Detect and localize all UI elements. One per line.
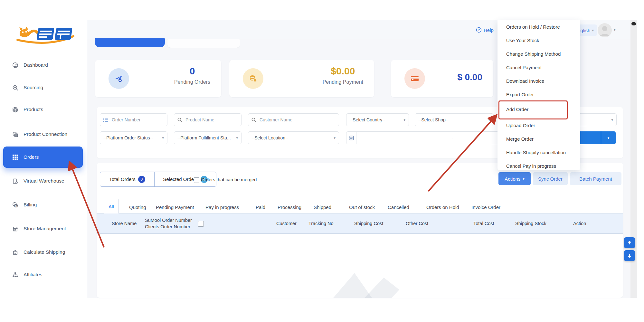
scroll-bottom-button[interactable] — [624, 250, 635, 261]
tab-orders-on-hold[interactable]: Orders on Hold — [424, 201, 461, 213]
merge-orders-checkbox[interactable] — [194, 177, 199, 183]
sync-order-button[interactable]: Sync Order — [533, 172, 568, 185]
col-customer: Customer — [276, 213, 297, 233]
sidebar-item-label: Calculate Shipping — [24, 249, 65, 255]
billing-icon: $ — [12, 202, 18, 208]
search-dropdown-toggle[interactable] — [601, 131, 616, 144]
sidebar-item-dashboard[interactable]: Dashboard — [0, 58, 87, 72]
partial-white-tab[interactable] — [167, 39, 240, 48]
tab-cancelled[interactable]: Cancelled — [386, 201, 411, 213]
search-icon — [177, 118, 182, 122]
order-number-input[interactable] — [111, 117, 164, 123]
menu-item-export-order[interactable]: Export Order — [497, 88, 580, 101]
select-all-checkbox[interactable] — [198, 221, 204, 227]
pending-orders-label: Pending Orders — [174, 79, 210, 85]
store-management-icon — [12, 226, 18, 232]
chevron-down-icon — [614, 28, 616, 32]
col-shipping-cost: Shipping Cost — [354, 213, 383, 233]
tab-pending-payment[interactable]: Pending Payment — [154, 201, 196, 213]
partial-blue-tab[interactable] — [95, 38, 165, 47]
menu-item-add-order[interactable]: Add Order — [497, 102, 580, 116]
menu-item-cancel-payment[interactable]: Cancel Payment — [497, 61, 580, 74]
menu-item-merge-order[interactable]: Merge Order — [497, 132, 580, 146]
table-header: Store Name SuMool Order Number Clients O… — [97, 213, 623, 234]
sidebar-item-virtual-warehouse[interactable]: Virtual Warehouse — [0, 174, 87, 188]
sidebar-item-label: Dashboard — [24, 62, 48, 68]
tab-out-of-stock[interactable]: Out of stock — [347, 201, 377, 213]
tab-shipped[interactable]: Shipped — [312, 201, 333, 213]
platform-order-status-select[interactable]: --Platform Order Status-- — [100, 131, 167, 144]
platform-fulfillment-select[interactable]: --Platform Fulfillment Sta... — [174, 131, 242, 144]
menu-item-upload-order[interactable]: Upload Order — [497, 118, 580, 132]
tab-label: Quoting — [129, 204, 146, 210]
col-action: Action — [573, 213, 586, 233]
scrollbar-thumb[interactable] — [631, 22, 636, 25]
col-store-name: Store Name — [112, 213, 137, 233]
menu-item-orders-on-hold-restore[interactable]: Orders on Hold / Restore — [497, 20, 580, 33]
watermark-shape — [333, 273, 372, 298]
status-tabs: All Quoting Pending Payment Pay in progr… — [97, 198, 623, 213]
sidebar-item-sourcing[interactable]: Sourcing — [0, 80, 87, 95]
user-icon — [598, 23, 612, 37]
menu-item-cancel-pay-in-progress[interactable]: Cancel Pay in progress — [497, 159, 580, 173]
customer-name-field[interactable] — [248, 113, 339, 126]
selected-orders-label: Selected Orders — [163, 176, 198, 182]
location-select[interactable]: --Select Location-- — [248, 131, 339, 144]
menu-item-use-your-stock[interactable]: Use Your Stock — [497, 33, 580, 47]
chevron-down-icon — [162, 136, 164, 140]
avatar[interactable] — [598, 23, 612, 37]
chevron-down-icon — [608, 136, 610, 140]
product-connection-icon — [12, 131, 18, 137]
product-name-input[interactable] — [185, 117, 238, 123]
total-orders-label: Total Orders — [109, 176, 136, 182]
tab-pay-in-progress[interactable]: Pay in progress — [204, 201, 241, 213]
location-select-value: --Select Location-- — [251, 135, 288, 140]
batch-payment-button[interactable]: Batch Payment — [570, 172, 621, 185]
tab-label: All — [109, 204, 114, 209]
sidebar-item-affiliates[interactable]: Affiliates — [0, 268, 87, 282]
credit-card-icon — [404, 68, 425, 89]
menu-item-handle-shopify-cancellation[interactable]: Handle Shopify cancellation — [497, 146, 580, 159]
sidebar-item-billing[interactable]: $ Billing — [0, 198, 87, 212]
sidebar-item-products[interactable]: Products — [0, 102, 87, 117]
balance-card: $ 0.00 — [391, 60, 493, 97]
total-orders-tab[interactable]: Total Orders 0 — [100, 172, 155, 186]
shop-select[interactable]: --Select Shop-- — [415, 113, 494, 126]
tab-invoice-order[interactable]: Invoice Order — [469, 201, 502, 213]
menu-item-change-shipping-method[interactable]: Change Shipping Method — [497, 47, 580, 61]
help-link[interactable]: ? Help — [476, 27, 494, 33]
menu-item-download-invoice[interactable]: Download Invoice — [497, 74, 580, 88]
app-logo — [15, 25, 75, 45]
sidebar-item-label: Store Management — [24, 226, 66, 232]
customer-name-input[interactable] — [259, 117, 336, 123]
col-shipping-stock: Shipping Stock — [515, 213, 546, 233]
chevron-down-icon — [592, 28, 594, 33]
sidebar-item-label: Billing — [24, 202, 37, 208]
platform-fulfillment-value: --Platform Fulfillment Sta... — [177, 135, 231, 140]
sidebar-item-store-management[interactable]: Store Management — [0, 222, 87, 236]
tab-label: Out of stock — [349, 204, 375, 210]
chevron-down-icon — [334, 136, 336, 140]
order-number-field[interactable] — [100, 113, 167, 126]
balance-value: $ 0.00 — [457, 72, 482, 82]
product-name-field[interactable] — [174, 113, 242, 126]
account-chevron[interactable] — [614, 27, 616, 32]
tab-paid[interactable]: Paid — [254, 201, 267, 213]
actions-button[interactable]: Actions — [498, 172, 531, 185]
sidebar-item-label: Products — [24, 107, 43, 112]
tab-all[interactable]: All — [104, 199, 119, 214]
tab-processing[interactable]: Processing — [276, 201, 303, 213]
pending-payment-value: $0.00 — [323, 66, 363, 77]
tab-label: Pending Payment — [156, 204, 194, 210]
tab-quoting[interactable]: Quoting — [127, 201, 148, 213]
country-select[interactable]: --Select Country-- — [346, 113, 409, 126]
date-start-input[interactable] — [359, 135, 449, 141]
sidebar-item-orders[interactable]: Orders — [3, 147, 83, 168]
scroll-top-button[interactable] — [624, 237, 635, 248]
sumool-logo-icon — [15, 25, 75, 45]
col-total-cost: Total Cost — [473, 213, 494, 233]
batch-payment-label: Batch Payment — [579, 176, 612, 182]
sync-order-label: Sync Order — [538, 176, 563, 182]
sidebar-item-product-connection[interactable]: Product Connection — [0, 127, 87, 141]
sidebar-item-calculate-shipping[interactable]: Calculate Shipping — [0, 245, 87, 259]
